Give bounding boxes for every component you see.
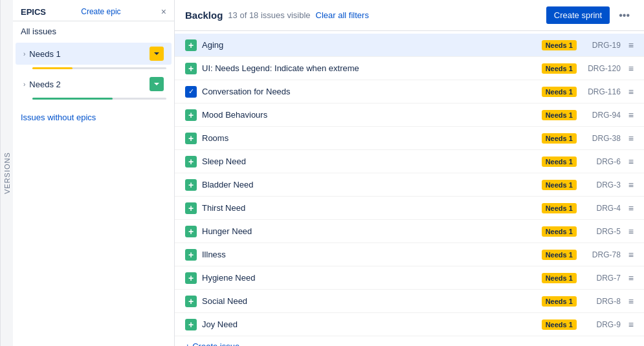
issue-row: +Bladder NeedNeeds 1DRG-3≡ — [175, 173, 644, 197]
drag-handle-icon[interactable]: ≡ — [628, 133, 634, 144]
drag-handle-icon[interactable]: ≡ — [628, 319, 634, 330]
issue-name[interactable]: Social Need — [202, 296, 537, 306]
epic-item-needs2[interactable]: › Needs 2 — [16, 73, 172, 95]
needs-badge: Needs 1 — [542, 273, 577, 283]
epic-item-needs1[interactable]: › Needs 1 — [16, 43, 172, 65]
drag-handle-icon[interactable]: ≡ — [628, 87, 634, 97]
issue-id: DRG-78 — [582, 250, 621, 259]
drag-handle-icon[interactable]: ≡ — [628, 110, 634, 120]
issue-row: +Social NeedNeeds 1DRG-8≡ — [175, 290, 644, 313]
drag-handle-icon[interactable]: ≡ — [628, 157, 634, 167]
needs-badge: Needs 1 — [542, 110, 577, 120]
issue-row: +Sleep NeedNeeds 1DRG-6≡ — [175, 150, 644, 173]
svg-marker-1 — [154, 83, 159, 85]
issue-name[interactable]: Aging — [202, 40, 537, 50]
issue-name[interactable]: UI: Needs Legend: Indicate when extreme — [202, 63, 537, 73]
issue-name[interactable]: Rooms — [202, 133, 537, 143]
clear-filters-link[interactable]: Clear all filters — [316, 10, 369, 20]
create-sprint-button[interactable]: Create sprint — [546, 6, 610, 24]
needs-badge: Needs 1 — [542, 180, 577, 190]
drag-handle-icon[interactable]: ≡ — [628, 273, 634, 283]
add-icon[interactable]: + — [185, 202, 197, 214]
add-icon[interactable]: + — [185, 63, 197, 74]
epic-progress-bar-needs2 — [32, 98, 166, 100]
create-issue-row[interactable]: + Create issue — [175, 336, 644, 346]
issues-without-epics[interactable]: Issues without epics — [13, 107, 174, 127]
epic-progress-fill-needs2 — [32, 98, 113, 100]
versions-tab[interactable]: VERSIONS — [0, 0, 13, 346]
issue-row: +Hygiene NeedNeeds 1DRG-7≡ — [175, 266, 644, 290]
add-icon[interactable]: + — [185, 179, 197, 191]
issue-id: DRG-19 — [582, 41, 621, 50]
epic-badge-needs1 — [150, 47, 164, 61]
add-icon[interactable]: + — [185, 226, 197, 237]
drag-handle-icon[interactable]: ≡ — [628, 180, 634, 190]
drag-handle-icon[interactable]: ≡ — [628, 226, 634, 237]
issue-id: DRG-9 — [582, 320, 621, 329]
issue-row: +Hunger NeedNeeds 1DRG-5≡ — [175, 220, 644, 243]
epic-name-needs1: Needs 1 — [29, 49, 150, 59]
needs-badge: Needs 1 — [542, 296, 577, 307]
add-icon[interactable]: + — [185, 319, 197, 330]
epic-chevron-needs2: › — [23, 81, 25, 88]
main-content: Backlog 13 of 18 issues visible Clear al… — [175, 0, 644, 346]
needs-badge: Needs 1 — [542, 250, 577, 260]
close-icon[interactable]: × — [161, 6, 166, 17]
drag-handle-icon[interactable]: ≡ — [628, 203, 634, 213]
svg-marker-0 — [154, 52, 159, 55]
add-icon[interactable]: + — [185, 272, 197, 284]
issue-name[interactable]: Illness — [202, 250, 537, 259]
issue-id: DRG-7 — [582, 274, 621, 283]
add-icon[interactable]: + — [185, 296, 197, 307]
issues-count: 13 of 18 issues visible — [228, 10, 310, 20]
drag-handle-icon[interactable]: ≡ — [628, 250, 634, 260]
add-icon[interactable]: + — [185, 156, 197, 168]
epics-header: EPICS Create epic × — [13, 0, 174, 21]
versions-tab-label: VERSIONS — [3, 152, 11, 194]
issue-id: DRG-38 — [582, 134, 621, 143]
backlog-title: Backlog — [185, 10, 223, 21]
needs-badge: Needs 1 — [542, 63, 577, 74]
add-icon[interactable]: + — [185, 249, 197, 261]
checkbox-icon[interactable]: ✓ — [185, 86, 197, 98]
issue-id: DRG-6 — [582, 157, 621, 166]
needs-badge: Needs 1 — [542, 203, 577, 213]
more-options-button[interactable]: ••• — [615, 7, 634, 24]
needs-badge: Needs 1 — [542, 226, 577, 237]
issue-id: DRG-116 — [582, 87, 621, 96]
add-icon[interactable]: + — [185, 109, 197, 121]
all-issues-item[interactable]: All issues — [13, 21, 174, 41]
issue-id: DRG-8 — [582, 297, 621, 306]
issue-name[interactable]: Mood Behaviours — [202, 110, 537, 120]
issue-id: DRG-120 — [582, 64, 621, 73]
needs-badge: Needs 1 — [542, 319, 577, 330]
drag-handle-icon[interactable]: ≡ — [628, 63, 634, 74]
issue-row: +RoomsNeeds 1DRG-38≡ — [175, 127, 644, 150]
epic-badge-needs2 — [150, 77, 164, 91]
drag-handle-icon[interactable]: ≡ — [628, 296, 634, 307]
issue-name[interactable]: Hunger Need — [202, 226, 537, 236]
epics-title: EPICS — [21, 7, 46, 17]
issue-row: +AgingNeeds 1DRG-19≡ — [175, 34, 644, 57]
issue-name[interactable]: Joy Need — [202, 319, 537, 329]
add-icon[interactable]: + — [185, 39, 197, 51]
issue-id: DRG-4 — [582, 204, 621, 213]
issue-name[interactable]: Thirst Need — [202, 203, 537, 213]
add-icon[interactable]: + — [185, 133, 197, 144]
issue-row: +IllnessNeeds 1DRG-78≡ — [175, 243, 644, 266]
needs-badge: Needs 1 — [542, 40, 577, 50]
issue-name[interactable]: Hygiene Need — [202, 273, 537, 283]
issue-row: ✓Conversation for NeedsNeeds 1DRG-116≡ — [175, 80, 644, 103]
issue-name[interactable]: Sleep Need — [202, 157, 537, 166]
issue-name[interactable]: Bladder Need — [202, 180, 537, 189]
epic-progress-bar-needs1 — [32, 67, 166, 69]
create-epic-link[interactable]: Create epic — [81, 7, 120, 16]
epic-name-needs2: Needs 2 — [29, 80, 150, 89]
issue-name[interactable]: Conversation for Needs — [202, 87, 537, 96]
issue-row: +UI: Needs Legend: Indicate when extreme… — [175, 57, 644, 80]
issue-row: +Joy NeedNeeds 1DRG-9≡ — [175, 313, 644, 336]
issue-id: DRG-3 — [582, 180, 621, 189]
drag-handle-icon[interactable]: ≡ — [628, 40, 634, 50]
backlog-header: Backlog 13 of 18 issues visible Clear al… — [175, 0, 644, 31]
issues-list: +AgingNeeds 1DRG-19≡+UI: Needs Legend: I… — [175, 31, 644, 346]
